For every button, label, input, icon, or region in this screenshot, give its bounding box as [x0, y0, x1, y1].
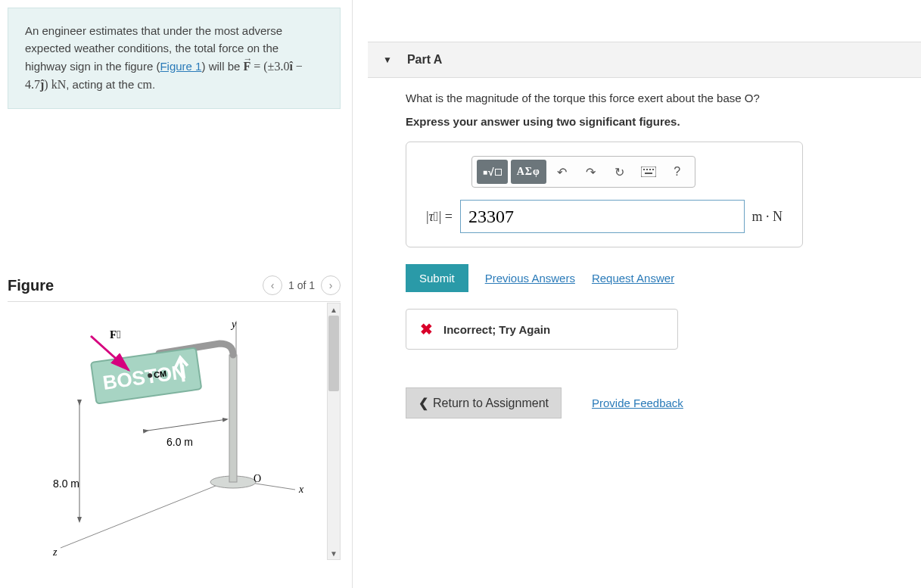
answer-lhs: |τ⃗| =	[426, 209, 453, 225]
axis-z-label: z	[52, 546, 58, 558]
pager-label: 1 of 1	[288, 279, 315, 291]
reset-button[interactable]: ↻	[607, 160, 633, 184]
svg-rect-12	[646, 169, 648, 170]
dim-vertical: 8.0 m	[53, 478, 79, 490]
dim-horizontal: 6.0 m	[166, 436, 193, 448]
svg-rect-10	[641, 166, 656, 177]
problem-text-b: ) will be	[201, 60, 243, 73]
pager-prev-button[interactable]: ‹	[263, 275, 282, 295]
figure-scrollbar[interactable]: ▲ ▼	[327, 303, 341, 560]
svg-line-8	[148, 419, 227, 431]
pager-next-button[interactable]: ›	[321, 275, 341, 295]
scroll-down-icon[interactable]: ▼	[328, 547, 340, 559]
keyboard-button[interactable]	[636, 160, 661, 184]
axis-x-label: x	[298, 484, 304, 495]
answer-input[interactable]	[460, 200, 745, 233]
feedback-box: ✖ Incorrect; Try Again	[406, 309, 678, 350]
part-header[interactable]: ▼ Part A	[368, 42, 921, 78]
part-title: Part A	[407, 53, 443, 67]
incorrect-icon: ✖	[420, 320, 433, 338]
figure-diagram: x z y O BOSTON CM	[38, 317, 310, 559]
figure-pager: ‹ 1 of 1 ›	[263, 275, 341, 295]
equation-toolbar: ■√ ΑΣφ ↶ ↷ ↻ ?	[471, 156, 695, 188]
redo-button[interactable]: ↷	[578, 160, 604, 184]
request-answer-link[interactable]: Request Answer	[592, 272, 674, 285]
svg-rect-15	[645, 173, 652, 174]
undo-button[interactable]: ↶	[549, 160, 575, 184]
svg-line-1	[61, 480, 231, 548]
answer-units: m · N	[752, 209, 783, 225]
help-button[interactable]: ?	[664, 160, 690, 184]
chevron-left-icon: ❮	[418, 396, 428, 410]
svg-rect-13	[649, 169, 651, 170]
svg-rect-14	[652, 169, 654, 170]
figure-viewport: x z y O BOSTON CM	[8, 302, 341, 567]
question-instruction: Express your answer using two significan…	[406, 115, 906, 128]
figure-link[interactable]: Figure 1	[160, 60, 201, 73]
cm-label: CM	[153, 369, 167, 379]
scroll-up-icon[interactable]: ▲	[328, 303, 340, 316]
submit-button[interactable]: Submit	[406, 264, 468, 292]
provide-feedback-link[interactable]: Provide Feedback	[592, 397, 683, 409]
templates-button[interactable]: ■√	[477, 160, 508, 184]
return-label: Return to Assignment	[433, 397, 549, 410]
keyboard-icon	[641, 166, 656, 177]
previous-answers-link[interactable]: Previous Answers	[485, 272, 575, 285]
svg-rect-11	[643, 169, 645, 170]
scroll-thumb[interactable]	[328, 316, 339, 391]
return-button[interactable]: ❮ Return to Assignment	[406, 387, 562, 418]
axis-y-label: y	[230, 319, 237, 330]
force-label: F⃗	[110, 328, 121, 341]
question-text: What is the magnitude of the torque this…	[406, 92, 906, 104]
greek-button[interactable]: ΑΣφ	[511, 160, 546, 184]
figure-title: Figure	[8, 277, 54, 294]
collapse-caret-icon: ▼	[383, 54, 392, 65]
svg-rect-4	[229, 355, 237, 482]
feedback-text: Incorrect; Try Again	[443, 323, 550, 336]
answer-panel: ■√ ΑΣφ ↶ ↷ ↻ ? |τ⃗| = m · N	[406, 142, 803, 247]
problem-statement: An engineer estimates that under the mos…	[8, 8, 341, 109]
origin-label: O	[254, 473, 261, 484]
